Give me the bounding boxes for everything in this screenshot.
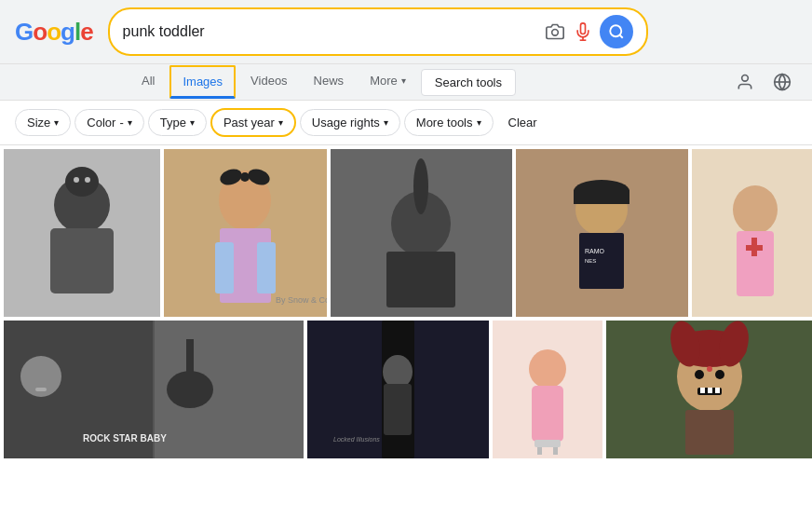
svg-rect-20 bbox=[215, 242, 234, 293]
svg-text:By Snow & Co: By Snow & Co bbox=[276, 295, 327, 305]
search-action-icons bbox=[546, 22, 592, 41]
size-chevron-icon: ▾ bbox=[54, 117, 59, 128]
usage-rights-chevron-icon: ▾ bbox=[384, 117, 388, 128]
globe-button[interactable] bbox=[767, 67, 797, 97]
svg-point-0 bbox=[551, 30, 558, 36]
nav-videos[interactable]: Videos bbox=[239, 64, 299, 100]
svg-rect-38 bbox=[746, 245, 763, 251]
search-bar bbox=[108, 7, 648, 56]
svg-rect-67 bbox=[700, 388, 705, 393]
type-chevron-icon: ▾ bbox=[190, 117, 195, 128]
search-input[interactable] bbox=[123, 23, 538, 40]
voice-search-button[interactable] bbox=[574, 22, 592, 41]
svg-rect-54 bbox=[532, 386, 563, 442]
svg-rect-26 bbox=[386, 252, 455, 307]
image-result[interactable]: RAMO NES bbox=[516, 149, 688, 317]
svg-rect-55 bbox=[535, 440, 561, 447]
clear-filter-button[interactable]: Clear bbox=[497, 110, 548, 135]
type-filter-button[interactable]: Type ▾ bbox=[148, 109, 207, 136]
svg-rect-70 bbox=[685, 410, 734, 455]
svg-point-3 bbox=[610, 25, 621, 36]
account-button[interactable] bbox=[730, 67, 760, 97]
image-result[interactable] bbox=[331, 149, 512, 317]
more-chevron-icon: ▾ bbox=[401, 75, 406, 86]
svg-point-35 bbox=[733, 185, 778, 234]
svg-line-4 bbox=[619, 34, 622, 37]
svg-rect-69 bbox=[715, 388, 720, 393]
image-row-1: By Snow & Co RAMO bbox=[4, 149, 808, 317]
size-filter-button[interactable]: Size ▾ bbox=[15, 109, 71, 136]
past-year-chevron-icon: ▾ bbox=[278, 117, 283, 128]
image-result[interactable]: Locked Illusions bbox=[307, 321, 489, 458]
nav-all[interactable]: All bbox=[130, 64, 166, 100]
image-result[interactable] bbox=[606, 321, 812, 458]
image-result[interactable]: ROCK STAR BABY bbox=[4, 321, 304, 458]
nav-images[interactable]: Images bbox=[169, 65, 236, 99]
camera-search-button[interactable] bbox=[546, 22, 564, 41]
more-tools-chevron-icon: ▾ bbox=[477, 117, 481, 128]
svg-rect-10 bbox=[50, 228, 114, 293]
svg-point-63 bbox=[695, 370, 704, 379]
filter-bar: Size ▾ Color - ▾ Type ▾ Past year ▾ Usag… bbox=[0, 101, 812, 145]
svg-rect-45 bbox=[186, 339, 194, 386]
image-result[interactable] bbox=[4, 149, 160, 317]
past-year-filter-button[interactable]: Past year ▾ bbox=[210, 108, 296, 137]
svg-point-25 bbox=[413, 158, 428, 214]
svg-point-13 bbox=[85, 177, 90, 183]
svg-text:ROCK STAR BABY: ROCK STAR BABY bbox=[83, 433, 167, 444]
image-row-2: ROCK STAR BABY Locked Illusions bbox=[4, 321, 808, 458]
search-tools-button[interactable]: Search tools bbox=[421, 69, 516, 96]
image-result[interactable]: By Snow & Co bbox=[164, 149, 327, 317]
svg-rect-56 bbox=[537, 447, 542, 455]
color-chevron-icon: ▾ bbox=[128, 117, 132, 128]
svg-point-18 bbox=[240, 172, 250, 182]
image-results-grid: By Snow & Co RAMO bbox=[0, 145, 812, 458]
color-filter-button[interactable]: Color - ▾ bbox=[74, 109, 143, 136]
svg-text:RAMO: RAMO bbox=[585, 248, 605, 254]
svg-rect-21 bbox=[257, 242, 276, 293]
svg-rect-68 bbox=[708, 388, 712, 393]
svg-point-64 bbox=[715, 370, 724, 379]
image-result[interactable] bbox=[692, 149, 812, 317]
nav-right-icons bbox=[730, 67, 797, 97]
svg-point-12 bbox=[74, 177, 79, 183]
svg-rect-43 bbox=[35, 388, 47, 391]
svg-point-49 bbox=[383, 355, 413, 389]
header: Google bbox=[0, 0, 812, 64]
svg-point-5 bbox=[742, 75, 749, 82]
svg-point-11 bbox=[65, 167, 99, 197]
more-tools-filter-button[interactable]: More tools ▾ bbox=[404, 109, 494, 136]
google-logo: Google bbox=[15, 18, 93, 47]
svg-text:Locked Illusions: Locked Illusions bbox=[333, 436, 380, 443]
svg-point-53 bbox=[529, 349, 566, 389]
search-button[interactable] bbox=[600, 15, 633, 48]
nav-bar: All Images Videos News More ▾ Search too… bbox=[0, 64, 812, 101]
usage-rights-filter-button[interactable]: Usage rights ▾ bbox=[300, 109, 400, 136]
svg-point-65 bbox=[707, 366, 712, 372]
svg-rect-30 bbox=[574, 190, 629, 204]
nav-news[interactable]: News bbox=[303, 64, 356, 100]
svg-text:NES: NES bbox=[585, 258, 596, 264]
svg-rect-57 bbox=[553, 447, 558, 455]
svg-rect-50 bbox=[384, 384, 412, 435]
image-result[interactable] bbox=[493, 321, 602, 458]
nav-more[interactable]: More ▾ bbox=[359, 64, 417, 100]
